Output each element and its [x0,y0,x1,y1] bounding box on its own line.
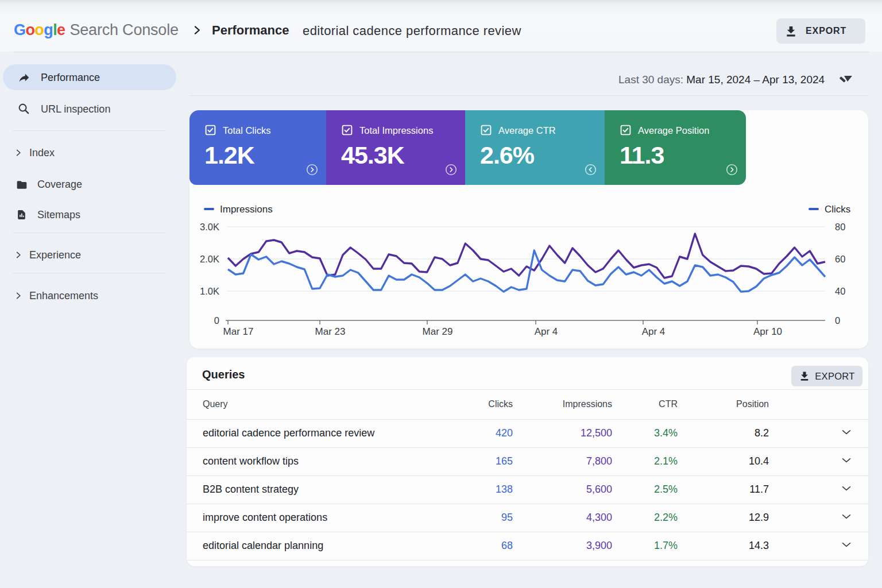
svg-text:2.0K: 2.0K [200,254,219,264]
svg-text:0: 0 [214,315,219,326]
svg-text:Mar 29: Mar 29 [423,326,453,337]
svg-text:80: 80 [835,222,845,232]
svg-text:Apr 10: Apr 10 [753,326,782,337]
svg-text:40: 40 [835,286,845,296]
svg-text:Apr 4: Apr 4 [535,326,558,337]
svg-text:Mar 17: Mar 17 [223,326,254,337]
svg-text:60: 60 [835,254,845,264]
svg-text:Mar 23: Mar 23 [315,326,346,337]
svg-text:3.0K: 3.0K [200,222,219,232]
svg-text:1.0K: 1.0K [200,286,219,296]
svg-text:0: 0 [835,315,840,326]
svg-text:Apr 4: Apr 4 [642,326,666,337]
